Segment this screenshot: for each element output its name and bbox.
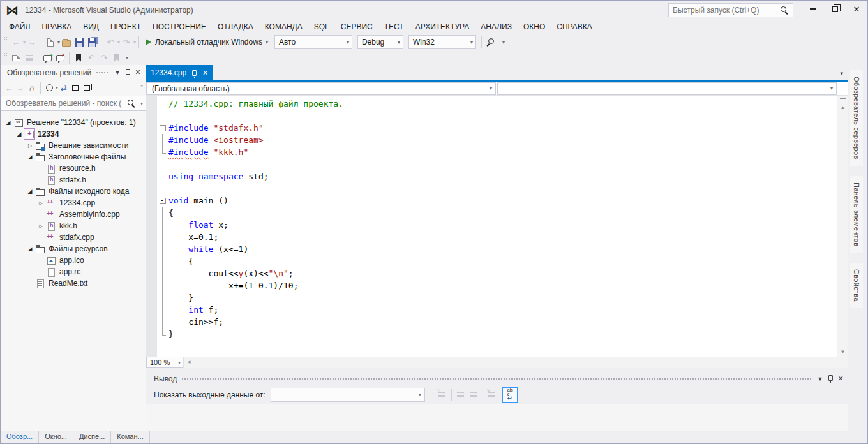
pin-icon[interactable] bbox=[192, 70, 197, 76]
menu-item-10[interactable]: АРХИТЕКТУРА bbox=[410, 20, 475, 33]
pending-changes-filter-button[interactable] bbox=[43, 81, 55, 95]
panel-drag-texture[interactable] bbox=[181, 377, 811, 380]
show-all-files-button[interactable] bbox=[81, 81, 93, 95]
code-line-9[interactable]: void main () bbox=[157, 195, 837, 207]
code-line-5[interactable]: #include "kkk.h" bbox=[157, 146, 837, 158]
tree-expander-icon[interactable]: ▷ bbox=[25, 143, 35, 149]
code-line-13[interactable]: while (x<=1) bbox=[157, 243, 837, 255]
code-line-20[interactable]: } bbox=[157, 328, 837, 340]
previous-message-button[interactable]: ← bbox=[454, 389, 467, 401]
menu-item-13[interactable]: СПРАВКА bbox=[551, 20, 598, 33]
quick-launch-box[interactable] bbox=[668, 3, 793, 17]
undo-button[interactable]: ↶ bbox=[104, 35, 117, 49]
toolbar-grip[interactable] bbox=[4, 52, 8, 64]
tree-item-11[interactable]: ◢Файлы ресурсов bbox=[1, 243, 146, 255]
member-dropdown[interactable]: ▾ bbox=[497, 82, 837, 95]
previous-bookmark-button[interactable]: ↶ bbox=[85, 51, 98, 65]
navigate-backward-button[interactable]: ← bbox=[10, 35, 22, 49]
scroll-down-icon[interactable]: ▼ bbox=[841, 348, 846, 357]
menu-item-6[interactable]: КОМАНДА bbox=[259, 20, 308, 33]
tree-item-5[interactable]: stdafx.h bbox=[1, 174, 146, 186]
tree-item-8[interactable]: AssemblyInfo.cpp bbox=[1, 209, 146, 220]
pin-icon[interactable] bbox=[123, 69, 133, 76]
open-file-button[interactable] bbox=[60, 35, 73, 49]
pin-icon[interactable] bbox=[825, 375, 835, 382]
tree-item-7[interactable]: ▷12334.cpp bbox=[1, 197, 146, 209]
find-in-files-button[interactable] bbox=[484, 35, 500, 49]
scroll-up-icon[interactable]: ▲ bbox=[841, 103, 846, 112]
code-line-7[interactable]: using namespace std; bbox=[157, 170, 837, 182]
debug-target-dropdown-icon[interactable]: ▾ bbox=[266, 40, 268, 45]
menu-item-2[interactable]: ВИД bbox=[77, 20, 105, 33]
tree-item-6[interactable]: ◢Файлы исходного кода bbox=[1, 186, 146, 197]
comment-button[interactable]: + bbox=[41, 51, 54, 65]
next-message-button[interactable]: → bbox=[467, 389, 480, 401]
scroll-left-icon[interactable]: ◄ bbox=[186, 358, 191, 367]
tree-expander-icon[interactable]: ◢ bbox=[25, 154, 35, 160]
se-forward-button[interactable]: → bbox=[15, 81, 26, 95]
home-button[interactable]: ⌂ bbox=[26, 81, 38, 95]
search-icon[interactable] bbox=[780, 6, 789, 15]
vertical-scrollbar[interactable]: ▲ ▼ bbox=[837, 96, 848, 357]
tree-item-4[interactable]: resource.h bbox=[1, 163, 146, 174]
close-tab-icon[interactable]: ✕ bbox=[202, 69, 208, 77]
bottom-tab-window[interactable]: Окно... bbox=[39, 431, 73, 443]
menu-item-12[interactable]: ОКНО bbox=[518, 20, 551, 33]
output-source-combobox[interactable]: ▾ bbox=[271, 388, 425, 402]
navigate-forward-button[interactable]: → bbox=[26, 35, 38, 49]
fold-toggle-icon[interactable] bbox=[157, 195, 168, 207]
side-tab-toolbox[interactable]: Панель элементов bbox=[850, 176, 863, 253]
side-tab-properties[interactable]: Свойства bbox=[850, 263, 863, 308]
clear-bookmarks-button[interactable] bbox=[110, 51, 123, 65]
output-header[interactable]: Вывод ▼ ✕ bbox=[146, 372, 848, 385]
menu-item-8[interactable]: СЕРВИС bbox=[335, 20, 378, 33]
toolbar-grip[interactable] bbox=[4, 36, 8, 48]
code-line-19[interactable]: cin>>f; bbox=[157, 316, 837, 328]
tree-item-0[interactable]: ◢Решение "12334" (проектов: 1) bbox=[1, 117, 146, 128]
bottom-tab-dispatcher[interactable]: Диспе... bbox=[73, 431, 111, 443]
panel-drag-texture[interactable] bbox=[96, 71, 108, 74]
zoom-combobox[interactable]: 100 % ▾ bbox=[146, 357, 183, 368]
save-button[interactable] bbox=[73, 35, 86, 49]
split-window-handle[interactable] bbox=[838, 96, 848, 103]
tree-item-13[interactable]: app.rc bbox=[1, 266, 146, 278]
code-line-2[interactable] bbox=[157, 110, 837, 122]
bottom-tab-solution-explorer[interactable]: Обозр... bbox=[1, 431, 39, 443]
code-line-8[interactable] bbox=[157, 182, 837, 195]
code-line-16[interactable]: x+=(1-0.1)/10; bbox=[157, 279, 837, 292]
document-list-dropdown-icon[interactable]: ▾ bbox=[840, 70, 843, 77]
tree-expander-icon[interactable]: ▷ bbox=[36, 200, 46, 206]
tree-item-1[interactable]: ◢12334 bbox=[1, 128, 146, 140]
solution-explorer-header[interactable]: Обозреватель решений ▼ ✕ bbox=[1, 65, 146, 80]
tree-item-12[interactable]: app.ico bbox=[1, 255, 146, 266]
member-list-button[interactable] bbox=[10, 51, 22, 65]
clear-all-button[interactable]: ✕ bbox=[486, 389, 498, 401]
tree-item-2[interactable]: ▷Внешние зависимости bbox=[1, 140, 146, 151]
toolbar-overflow-icon[interactable]: ▾ bbox=[502, 40, 505, 45]
redo-dropdown-icon[interactable]: ▾ bbox=[133, 40, 136, 45]
tree-expander-icon[interactable]: ◢ bbox=[25, 188, 35, 195]
close-panel-icon[interactable]: ✕ bbox=[835, 374, 846, 383]
menu-item-4[interactable]: ПОСТРОЕНИЕ bbox=[147, 20, 212, 33]
tab-12334-cpp[interactable]: 12334.cpp ✕ bbox=[146, 65, 213, 80]
toolbar-overflow-icon[interactable]: ▾ bbox=[126, 55, 128, 61]
close-panel-icon[interactable]: ✕ bbox=[133, 68, 143, 77]
scope-dropdown[interactable]: (Глобальная область) ▾ bbox=[146, 82, 496, 95]
code-line-10[interactable]: { bbox=[157, 207, 837, 219]
menu-item-7[interactable]: SQL bbox=[308, 20, 335, 33]
close-button[interactable]: ✕ bbox=[846, 1, 867, 17]
next-bookmark-button[interactable]: ↷ bbox=[98, 51, 110, 65]
side-tab-server-explorer[interactable]: Обозреватель серверов bbox=[850, 70, 863, 166]
menu-item-9[interactable]: ТЕСТ bbox=[378, 20, 410, 33]
configuration-combobox[interactable]: Debug ▾ bbox=[357, 35, 403, 49]
solution-search-box[interactable]: ▾ bbox=[1, 96, 146, 111]
toggle-bookmark-button[interactable] bbox=[72, 51, 85, 65]
quick-launch-input[interactable] bbox=[669, 6, 780, 15]
se-toolbar-overflow-icon[interactable]: '' bbox=[140, 84, 143, 91]
code-line-14[interactable]: { bbox=[157, 255, 837, 267]
save-all-button[interactable] bbox=[86, 35, 98, 49]
tree-item-9[interactable]: ▷kkk.h bbox=[1, 220, 146, 232]
search-icon[interactable] bbox=[127, 99, 136, 108]
menu-item-1[interactable]: ПРАВКА bbox=[36, 20, 77, 33]
debug-type-combobox[interactable]: Авто ▾ bbox=[274, 35, 352, 49]
